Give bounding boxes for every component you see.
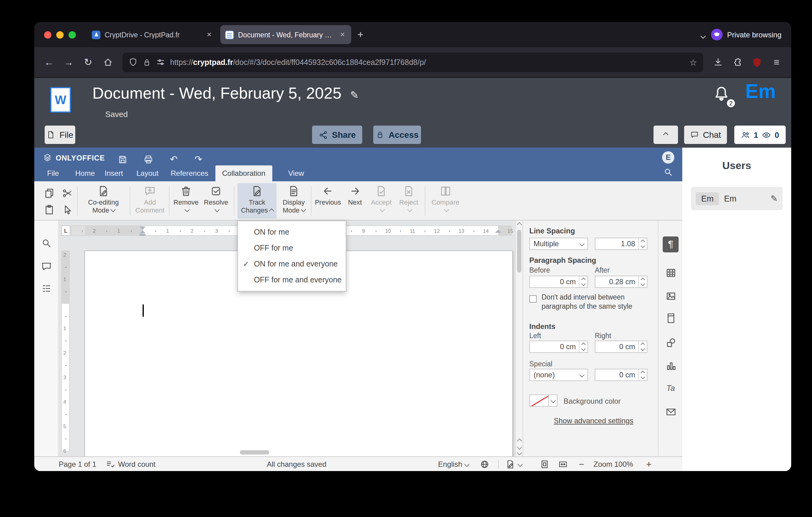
close-tab-icon[interactable]: ✕ <box>205 30 213 39</box>
mail-merge-button[interactable] <box>663 404 678 419</box>
indent-left-spinner[interactable]: 0 cm <box>529 341 588 353</box>
lock-icon[interactable] <box>143 58 151 66</box>
horizontal-scrollbar[interactable] <box>59 450 515 455</box>
interval-checkbox[interactable] <box>529 295 536 303</box>
track-changes-button[interactable]: Track Changes <box>237 183 277 219</box>
participants-indicator[interactable]: 1 0 <box>734 126 786 144</box>
v-ruler[interactable]: 21123456 <box>61 250 70 452</box>
display-mode-button[interactable]: Display Mode <box>279 183 309 219</box>
language-selector[interactable]: English <box>438 457 469 471</box>
downloads-button[interactable] <box>708 52 728 72</box>
tab-home[interactable]: Home <box>68 165 102 181</box>
cut-button[interactable] <box>60 186 75 200</box>
spellcheck-language-button[interactable] <box>480 457 490 471</box>
tab-references[interactable]: References <box>164 165 215 181</box>
save-button[interactable] <box>116 153 128 165</box>
advanced-settings-link[interactable]: Show advanced settings <box>554 416 633 425</box>
new-tab-button[interactable]: + <box>351 27 370 42</box>
browser-tab-document[interactable]: Document - Wed, February 5, 2025 ✕ <box>220 25 351 44</box>
chart-settings-button[interactable] <box>663 358 678 374</box>
print-button[interactable] <box>142 153 154 165</box>
text-art-settings-button[interactable]: Ta <box>663 380 678 396</box>
chat-button[interactable]: Chat <box>684 126 727 144</box>
menu-item-off-for-me[interactable]: OFF for me <box>238 240 346 256</box>
horizontal-scrollbar-thumb[interactable] <box>240 450 269 455</box>
tab-stop-selector[interactable]: L <box>61 225 70 236</box>
page-indicator[interactable]: Page 1 of 1 <box>59 457 96 471</box>
remove-comment-button[interactable]: Remove <box>173 183 200 219</box>
fit-width-button[interactable] <box>558 457 568 471</box>
search-icon[interactable] <box>663 167 673 177</box>
background-color-picker[interactable] <box>529 394 557 407</box>
indent-right-spinner[interactable]: 0 cm <box>595 341 647 353</box>
comments-panel-button[interactable] <box>40 260 53 273</box>
word-count-button[interactable]: Word count <box>105 457 155 471</box>
coediting-mode-button[interactable]: Co-editing Mode <box>81 183 126 219</box>
menu-button[interactable]: ≡ <box>767 52 786 72</box>
collapse-toolbar-button[interactable] <box>654 126 678 144</box>
extensions-button[interactable] <box>728 52 747 72</box>
permissions-icon[interactable] <box>156 58 165 67</box>
vertical-scrollbar-thumb[interactable] <box>517 230 521 273</box>
minimize-window-button[interactable] <box>56 31 64 38</box>
tab-collaboration[interactable]: Collaboration <box>215 165 272 181</box>
accept-change-button[interactable]: Accept <box>368 183 394 219</box>
undo-button[interactable]: ↶ <box>168 153 180 165</box>
back-button[interactable]: ← <box>39 52 59 72</box>
next-change-button[interactable]: Next <box>344 183 366 219</box>
home-button[interactable] <box>98 52 117 72</box>
file-button[interactable]: File <box>45 126 75 144</box>
tracking-shield-icon[interactable] <box>128 58 138 67</box>
copy-button[interactable] <box>41 186 56 200</box>
menu-item-on-for-everyone[interactable]: ✓ ON for me and everyone <box>238 256 346 272</box>
list-tabs-chevron-icon[interactable] <box>695 29 711 40</box>
maximize-window-button[interactable] <box>68 31 76 38</box>
zoom-level[interactable]: Zoom 100% <box>593 457 633 471</box>
table-settings-button[interactable] <box>663 265 678 280</box>
user-avatar[interactable]: Em <box>745 80 776 103</box>
ublock-extension-button[interactable] <box>747 52 767 72</box>
fit-page-button[interactable] <box>540 457 550 471</box>
user-list-item[interactable]: Em Em ✎ <box>691 187 783 210</box>
interval-checkbox-label[interactable]: Don't add interval betweenparagraphs of … <box>542 293 652 311</box>
line-spacing-spinner[interactable]: 1.08 <box>595 238 647 250</box>
special-indent-select[interactable]: (none) <box>529 369 588 381</box>
bookmark-star-icon[interactable]: ☆ <box>689 57 697 67</box>
navigation-panel-button[interactable] <box>40 282 53 295</box>
resolve-button[interactable]: Resolve <box>202 183 230 219</box>
close-tab-icon[interactable]: ✕ <box>339 30 346 39</box>
compare-button[interactable]: Compare <box>430 183 461 219</box>
close-window-button[interactable] <box>44 31 51 38</box>
select-all-button[interactable] <box>60 202 75 217</box>
track-changes-status-button[interactable] <box>505 457 522 471</box>
tab-file[interactable]: File <box>40 165 66 181</box>
special-indent-spinner[interactable]: 0 cm <box>595 369 647 381</box>
paste-button[interactable] <box>41 202 56 217</box>
redo-button[interactable]: ↷ <box>192 153 204 165</box>
paragraph-settings-button[interactable]: ¶ <box>663 237 678 252</box>
add-comment-button[interactable]: Add Comment <box>134 183 167 219</box>
forward-button[interactable]: → <box>59 52 78 72</box>
shape-settings-button[interactable] <box>663 334 678 350</box>
edit-user-pencil-icon[interactable]: ✎ <box>771 194 778 203</box>
tab-layout[interactable]: Layout <box>130 165 165 181</box>
find-button[interactable] <box>40 237 53 250</box>
previous-change-button[interactable]: Previous <box>315 183 342 219</box>
url-bar[interactable]: https://cryptpad.fr/doc/#/3/doc/edit/ff0… <box>122 52 703 72</box>
browser-tab-cryptdrive[interactable]: CryptDrive - CryptPad.fr ✕ <box>87 25 218 44</box>
menu-item-off-for-everyone[interactable]: OFF for me and everyone <box>238 272 346 288</box>
url-text[interactable]: https://cryptpad.fr/doc/#/3/doc/edit/ff0… <box>170 58 685 66</box>
line-spacing-select[interactable]: Multiple <box>529 238 588 250</box>
zoom-out-button[interactable]: − <box>579 457 584 471</box>
reject-change-button[interactable]: Reject <box>397 183 421 219</box>
share-button[interactable]: Share <box>312 126 362 144</box>
menu-item-on-for-me[interactable]: ON for me <box>238 224 346 240</box>
tab-view[interactable]: View <box>282 165 311 181</box>
editor-user-avatar[interactable]: E <box>662 151 674 164</box>
spacing-after-spinner[interactable]: 0.28 cm <box>595 276 647 288</box>
tab-insert[interactable]: Insert <box>98 165 130 181</box>
image-settings-button[interactable] <box>663 288 678 304</box>
rename-pencil-icon[interactable]: ✎ <box>350 89 359 101</box>
reload-button[interactable]: ↻ <box>78 52 98 72</box>
spacing-before-spinner[interactable]: 0 cm <box>529 276 588 288</box>
